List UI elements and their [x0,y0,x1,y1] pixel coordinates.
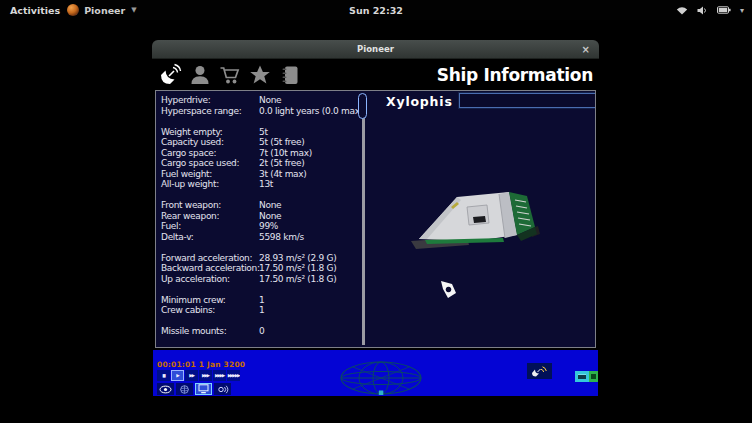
game-cursor-icon [438,279,458,299]
crew-tab-button[interactable] [187,62,213,88]
stat-label: Crew cabins: [161,305,215,315]
desktop: Activities Pioneer ▼ Sun 22:32 ▾ [0,0,752,423]
market-tab-button[interactable] [217,62,243,88]
page-title: Ship Information [437,65,594,85]
stat-label: Cargo space used: [161,158,239,168]
stat-label: Delta-v: [161,232,193,242]
stat-label: Minimum crew: [161,295,226,305]
stat-row: All-up weight:13t [161,179,361,190]
stat-label: Backward acceleration: [161,263,260,273]
ship-stats-list: Hyperdrive:NoneHyperspace range:0.0 ligh… [161,95,361,337]
satellite-dish-icon [158,63,182,87]
pause-button[interactable]: ▮▮ [157,370,170,381]
stat-label: Front weapon: [161,200,221,210]
stat-row: Capacity used:5t (5t free) [161,137,361,148]
ledger-icon [278,63,302,87]
stat-label: Fuel: [161,221,181,231]
time-controls: ▮▮▶▶▶▶▶▶▶▶▶▶▶▶▶▶▶ [157,370,240,381]
window-title: Pioneer [357,44,394,54]
volume-icon [697,6,708,15]
stat-label: Weight empty: [161,127,223,137]
satellite-dish-icon [530,365,549,378]
stat-label: Hyperspace range: [161,106,241,116]
wifi-icon [676,6,688,15]
hud-indicator-cyan[interactable] [575,371,589,382]
stat-value: 1 [259,295,264,306]
app-menu[interactable]: Pioneer ▼ [67,4,136,16]
stat-row: Up acceleration:17.50 m/s² (1.8 G) [161,274,361,285]
speed-1000x-button[interactable]: ▶▶▶▶ [213,370,226,381]
window-titlebar[interactable]: Pioneer × [152,40,599,59]
person-icon [188,63,212,87]
stat-value: 0 [259,326,264,337]
battery-icon [717,6,731,14]
star-icon [248,63,272,87]
game-toolbar: Ship Information [152,59,599,90]
chevron-down-icon: ▾ [740,6,744,15]
stat-value: None [259,211,281,222]
scanner-mode-button[interactable] [527,363,552,379]
eye-view-button[interactable] [157,383,174,395]
stat-value: 28.93 m/s² (2.9 G) [259,253,336,264]
stat-label: Up acceleration: [161,274,230,284]
stat-label: Forward acceleration: [161,253,252,263]
speed-100x-button[interactable]: ▶▶▶ [199,370,212,381]
pioneer-app-icon [67,4,79,16]
stat-value: 5t (5t free) [259,137,304,148]
scanner-marker [379,391,384,396]
eye-icon [159,385,172,394]
info-view-button[interactable] [195,383,212,395]
activities-button[interactable]: Activities [10,5,60,16]
chevron-down-icon: ▼ [131,6,136,14]
sector-view-button[interactable] [176,383,193,395]
stat-row: Fuel:99% [161,221,361,232]
stat-value: 1 [259,305,264,316]
ship-model-image [411,187,551,255]
stat-value: 5598 km/s [259,232,304,243]
ship-name-input[interactable] [459,93,596,108]
indicator-chip [591,374,596,379]
stat-gap [161,116,361,127]
stat-row: Forward acceleration:28.93 m/s² (2.9 G) [161,253,361,264]
stat-gap [161,284,361,295]
stat-value: 2t (5t free) [259,158,304,169]
gnome-top-bar: Activities Pioneer ▼ Sun 22:32 ▾ [0,0,752,20]
pioneer-window: Pioneer × [152,40,599,397]
stat-row: Fuel weight:3t (4t max) [161,169,361,180]
stat-label: Capacity used: [161,137,224,147]
comms-view-button[interactable] [214,383,231,395]
indicator-chip [578,374,586,379]
scrollbar-track[interactable] [362,95,365,345]
stat-label: Fuel weight: [161,169,212,179]
stat-gap [161,242,361,253]
stat-label: All-up weight: [161,179,219,189]
log-tab-button[interactable] [277,62,303,88]
stat-value: 0.0 light years (0.0 max) [259,106,363,117]
comms-tab-button[interactable] [157,62,183,88]
stat-value: 99% [259,221,278,232]
clock[interactable]: Sun 22:32 [349,5,403,16]
stat-value: 7t (10t max) [259,148,312,159]
stat-value: None [259,200,281,211]
stat-value: None [259,95,281,106]
scrollbar-thumb[interactable] [358,93,367,119]
stat-value: 5t [259,127,268,138]
stat-row: Cargo space used:2t (5t free) [161,158,361,169]
stats-scrollbar[interactable] [357,93,369,345]
reputation-tab-button[interactable] [247,62,273,88]
stat-row: Delta-v:5598 km/s [161,232,361,243]
close-button[interactable]: × [582,40,590,58]
stat-label: Rear weapon: [161,211,219,221]
stat-value: 3t (4t max) [259,169,307,180]
stat-row: Rear weapon:None [161,211,361,222]
hud-indicator-green[interactable] [589,371,598,382]
stat-row: Crew cabins:1 [161,305,361,316]
system-tray[interactable]: ▾ [676,0,744,20]
stat-value: 17.50 m/s² (1.8 G) [259,274,336,285]
stat-row: Front weapon:None [161,200,361,211]
speed-10x-button[interactable]: ▶▶ [185,370,198,381]
ship-name-label: Xylophis [386,94,453,109]
speed-10000x-button[interactable]: ▶▶▶▶▶ [227,370,240,381]
stat-label: Hyperdrive: [161,95,210,105]
speed-1x-button[interactable]: ▶ [171,370,184,381]
